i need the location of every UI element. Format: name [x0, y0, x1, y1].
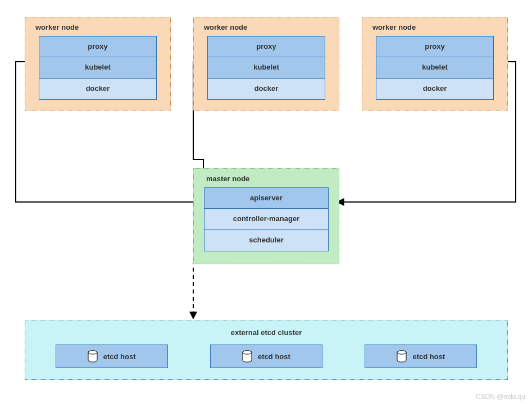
component-docker: docker — [376, 79, 494, 100]
svg-point-5 — [397, 351, 406, 354]
master-stack: apiserver controller-manager scheduler — [204, 187, 329, 251]
etcd-hosts-row: etcd host etcd host etcd host — [34, 345, 498, 368]
worker-node-1: worker node proxy kubelet docker — [25, 17, 171, 111]
etcd-host-label: etcd host — [258, 352, 290, 361]
etcd-host: etcd host — [56, 345, 168, 368]
component-proxy: proxy — [207, 36, 325, 57]
worker-stack: proxy kubelet docker — [39, 36, 157, 100]
master-node-title: master node — [205, 173, 328, 187]
worker-stack: proxy kubelet docker — [376, 36, 494, 100]
etcd-cluster: external etcd cluster etcd host etcd hos… — [25, 320, 508, 380]
component-controller-manager: controller-manager — [204, 209, 329, 230]
master-node: master node apiserver controller-manager… — [193, 168, 339, 264]
worker-node-title: worker node — [371, 22, 498, 36]
database-icon — [88, 350, 98, 362]
svg-point-3 — [243, 351, 252, 354]
diagram-stage: worker node proxy kubelet docker worker … — [0, 0, 532, 404]
etcd-host-label: etcd host — [103, 352, 136, 361]
etcd-cluster-title: external etcd cluster — [34, 326, 498, 345]
component-proxy: proxy — [39, 36, 157, 57]
etcd-host: etcd host — [210, 345, 322, 368]
component-kubelet: kubelet — [207, 57, 325, 79]
watermark: CSDN @milo.qu — [476, 393, 525, 401]
worker-node-title: worker node — [34, 22, 161, 36]
component-scheduler: scheduler — [204, 230, 329, 251]
etcd-host: etcd host — [365, 345, 477, 368]
component-apiserver: apiserver — [204, 187, 329, 209]
worker-stack: proxy kubelet docker — [207, 36, 325, 100]
component-docker: docker — [207, 79, 325, 100]
database-icon — [397, 350, 407, 362]
worker-node-2: worker node proxy kubelet docker — [193, 17, 339, 111]
database-icon — [242, 350, 252, 362]
component-kubelet: kubelet — [376, 57, 494, 79]
etcd-host-label: etcd host — [412, 352, 445, 361]
component-kubelet: kubelet — [39, 57, 157, 79]
component-docker: docker — [39, 79, 157, 100]
svg-point-1 — [88, 351, 97, 354]
worker-node-title: worker node — [203, 22, 330, 36]
worker-node-3: worker node proxy kubelet docker — [362, 17, 508, 111]
component-proxy: proxy — [376, 36, 494, 57]
